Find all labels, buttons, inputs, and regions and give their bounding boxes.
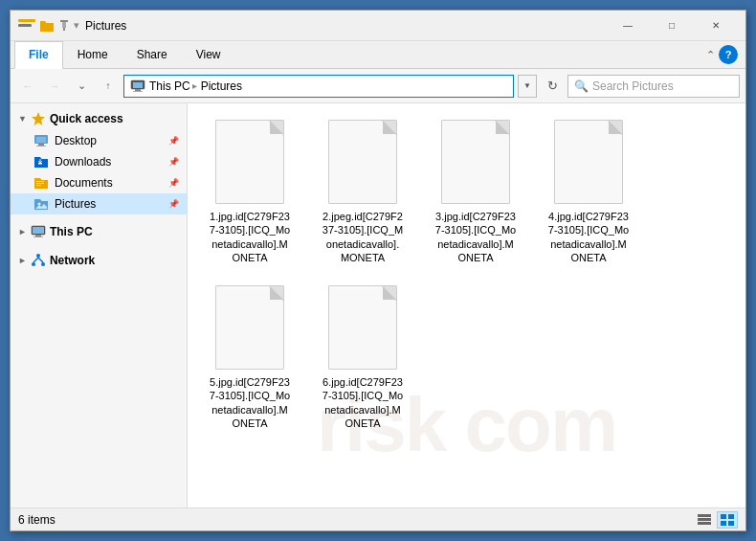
quick-access-arrow: ▼ [18,114,27,124]
window-title: Pictures [85,19,606,33]
svg-rect-31 [728,521,734,526]
tab-view[interactable]: View [182,41,235,68]
svg-point-21 [32,262,35,266]
file-label: 6.jpg.id[C279F237-3105].[ICQ_Monetadicav… [322,375,403,430]
file-label: 1.jpg.id[C279F237-3105].[ICQ_Monetadicav… [210,210,290,264]
svg-rect-30 [721,521,726,526]
this-pc-arrow: ► [18,227,27,237]
svg-rect-5 [135,89,141,91]
minimize-button[interactable]: ― [606,11,650,41]
title-pin-icon [57,19,71,33]
sidebar-item-downloads[interactable]: Downloads 📌 [11,151,187,172]
search-box[interactable]: 🔍 Search Pictures [567,75,740,98]
grid-view-icon [721,514,734,526]
sidebar-pictures-label: Pictures [55,197,96,211]
sidebar-item-pictures[interactable]: Pictures 📌 [11,193,187,214]
svg-rect-18 [35,235,41,237]
desktop-icon [33,133,49,148]
sidebar: ▼ Quick access Desktop 📌 [11,103,188,507]
svg-rect-26 [698,518,711,521]
pin-icon-downloads: 📌 [168,157,179,167]
up-button[interactable]: ↑ [97,75,120,98]
grid-view-button[interactable] [717,511,738,529]
app-icon [18,19,35,33]
help-button[interactable]: ? [719,45,738,64]
file-label: 2.jpeg.id[C279F237-3105].[ICQ_Monetadica… [322,210,403,264]
item-count: 6 items [18,513,56,527]
file-item[interactable]: 1.jpg.id[C279F237-3105].[ICQ_Monetadicav… [197,113,302,271]
pin-icon-desktop: 📌 [168,136,179,146]
file-explorer-window: ▾ Pictures ― □ ✕ File Home Share View ⌃ … [10,10,746,531]
address-bar: ← → ⌄ ↑ This PC ▸ Pictures ▼ ↻ 🔍 Search … [11,69,745,103]
file-view: risk com 1.jpg.id[C279F237-3105].[ICQ_Mo… [188,103,745,507]
file-icon [324,120,401,206]
file-item[interactable]: 6.jpg.id[C279F237-3105].[ICQ_Monetadicav… [310,279,415,437]
pictures-icon [33,196,49,212]
file-item[interactable]: 3.jpg.id[C279F237-3105].[ICQ_Monetadicav… [423,113,528,271]
forward-button[interactable]: → [43,75,66,98]
sidebar-item-documents[interactable]: Documents 📌 [11,172,187,193]
pin-icon-pictures: 📌 [168,199,179,209]
path-this-pc[interactable]: This PC ▸ [149,79,197,93]
svg-rect-13 [36,183,44,184]
file-page [215,120,284,204]
sidebar-section-network[interactable]: ► Network [11,249,187,272]
svg-rect-28 [721,514,726,519]
ribbon-tabs: File Home Share View ⌃ ? [11,41,745,68]
sidebar-section-quick-access[interactable]: ▼ Quick access [11,107,187,130]
title-bar: ▾ Pictures ― □ ✕ [11,11,745,41]
file-label: 3.jpg.id[C279F237-3105].[ICQ_Monetadicav… [435,210,516,264]
ribbon-collapse-button[interactable]: ⌃ [706,49,715,61]
star-icon [31,111,46,126]
file-item[interactable]: 4.jpg.id[C279F237-3105].[ICQ_Monetadicav… [536,113,641,271]
network-icon [31,253,46,268]
sidebar-section-this-pc[interactable]: ► This PC [11,220,187,243]
address-path[interactable]: This PC ▸ Pictures [123,75,514,98]
file-icon [324,285,401,372]
svg-rect-0 [60,20,68,22]
back-button[interactable]: ← [16,75,39,98]
ribbon: File Home Share View ⌃ ? [11,41,745,69]
view-controls [694,511,738,529]
main-area: ▼ Quick access Desktop 📌 [11,103,745,507]
file-icon [211,285,288,372]
path-pictures[interactable]: Pictures [201,79,242,93]
sidebar-desktop-label: Desktop [55,134,97,147]
svg-rect-1 [62,22,66,28]
svg-rect-14 [36,185,41,186]
svg-marker-7 [32,112,45,125]
address-dropdown[interactable]: ▼ [518,75,537,98]
sidebar-item-desktop[interactable]: Desktop 📌 [11,130,187,151]
file-icon [437,120,514,206]
maximize-button[interactable]: □ [650,11,694,41]
file-item[interactable]: 2.jpeg.id[C279F237-3105].[ICQ_Monetadica… [310,113,415,271]
svg-rect-27 [698,522,711,525]
svg-rect-9 [36,137,46,143]
refresh-button[interactable]: ↻ [541,75,564,98]
pin-icon-documents: 📌 [168,178,179,188]
search-icon: 🔍 [574,79,589,93]
file-page [328,120,397,204]
tab-file[interactable]: File [14,41,63,69]
svg-point-20 [36,254,40,258]
file-grid: 1.jpg.id[C279F237-3105].[ICQ_Monetadicav… [197,113,736,437]
tab-share[interactable]: Share [122,41,182,68]
network-arrow: ► [18,256,27,265]
svg-rect-17 [33,227,44,234]
svg-line-24 [38,258,43,262]
sidebar-downloads-label: Downloads [55,155,111,169]
file-icon [550,120,627,206]
file-label: 5.jpg.id[C279F237-3105].[ICQ_Monetadicav… [210,375,290,430]
close-button[interactable]: ✕ [694,11,738,41]
svg-point-22 [41,262,45,266]
downloads-icon [33,154,49,169]
this-pc-label: This PC [50,225,93,238]
up-arrow-button[interactable]: ⌄ [70,75,93,98]
list-view-button[interactable] [694,511,715,529]
svg-rect-11 [36,146,46,147]
window-controls: ― □ ✕ [606,11,738,41]
tab-home[interactable]: Home [63,41,122,68]
file-item[interactable]: 5.jpg.id[C279F237-3105].[ICQ_Monetadicav… [197,279,302,437]
search-placeholder: Search Pictures [592,79,674,93]
svg-line-23 [33,258,38,262]
